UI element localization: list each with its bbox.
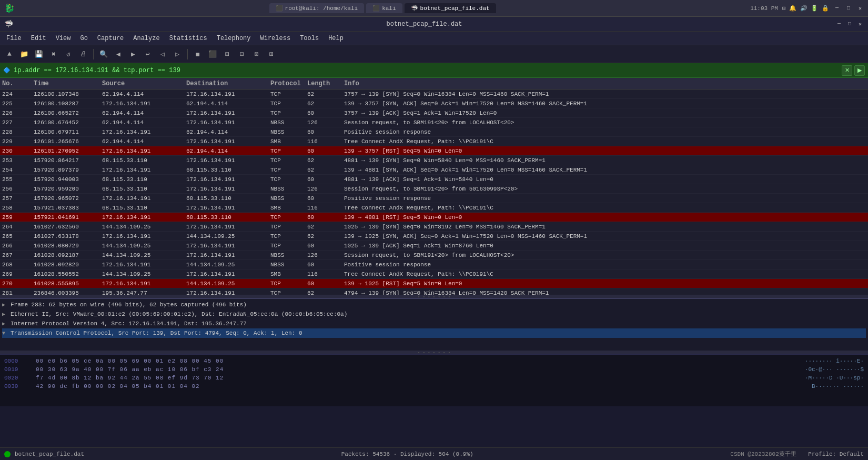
menu-capture[interactable]: Capture [93,33,128,44]
tab-wireshark[interactable]: 🦈 botnet_pcap_file.dat [405,3,496,13]
packet-list[interactable]: 224 126100.107348 62.194.4.114 172.16.13… [0,89,868,295]
open-button[interactable]: 📁 [18,48,31,61]
cell-info: Positive session response [342,195,868,202]
next-button[interactable]: ▷ [171,48,184,61]
menu-telephony[interactable]: Telephony [213,33,255,44]
menu-analyze[interactable]: Analyze [129,33,164,44]
tab-terminal-2[interactable]: ⬛ kali [366,3,402,13]
find-button[interactable]: 🔍 [97,48,110,61]
menu-go[interactable]: Go [76,33,92,44]
cell-proto: SMB [268,205,305,211]
table-row[interactable]: 253 157920.864217 68.115.33.110 172.16.1… [0,156,868,165]
detail-row[interactable]: ▼ Transmission Control Protocol, Src Por… [2,328,866,338]
menu-edit[interactable]: Edit [27,33,51,44]
app-minimize-button[interactable]: ─ [835,21,843,28]
prev-button[interactable]: ◁ [156,48,169,61]
table-row[interactable]: 265 161027.633178 172.16.134.191 144.134… [0,232,868,241]
expand-icon: ▶ [2,311,11,317]
hex-bytes: 00 e0 b6 05 ce 0a 00 05 69 00 01 e2 08 0… [36,358,794,364]
table-row[interactable]: 259 157921.041691 172.16.134.191 68.115.… [0,213,868,222]
maximize-button[interactable]: □ [845,5,852,12]
cell-time: 157920.864217 [32,157,100,164]
hex-row: 0010 00 30 63 9a 40 00 7f 06 aa eb ac 10… [4,365,864,374]
colorize-button[interactable]: ◼ [191,48,204,61]
forward-button[interactable]: ▶ [127,48,139,61]
new-capture-button[interactable]: ▲ [3,48,16,61]
cell-time: 236846.003395 [32,290,100,295]
cell-proto: TCP [268,110,305,116]
reload-button[interactable]: ↺ [62,48,75,61]
menu-statistics[interactable]: Statistics [165,33,211,44]
menu-help[interactable]: Help [324,33,348,44]
cell-info: 139 → 4881 [SYN, ACK] Seq=0 Ack=1 Win=17… [342,167,868,173]
filter-clear-button[interactable]: ✕ [842,65,852,76]
cell-no: 255 [0,176,32,183]
hex-offset: 0000 [4,358,25,364]
menu-tools[interactable]: Tools [296,33,323,44]
col-header-info: Info [342,80,862,87]
table-row[interactable]: 267 161028.092187 144.134.109.25 172.16.… [0,251,868,260]
table-row[interactable]: 229 126101.265676 62.194.4.114 172.16.13… [0,137,868,146]
table-row[interactable]: 228 126100.679711 172.16.134.191 62.194.… [0,127,868,137]
menu-view[interactable]: View [52,33,75,44]
table-row[interactable]: 227 126100.676452 62.194.4.114 172.16.13… [0,118,868,127]
app-maximize-button[interactable]: □ [846,21,853,28]
cell-dst: 62.194.4.114 [184,129,268,135]
tab-terminal-1[interactable]: ⬛ root@kali: /home/kali [269,3,365,13]
table-row[interactable]: 254 157920.897379 172.16.134.191 68.115.… [0,165,868,175]
cell-time: 157920.959200 [32,186,100,192]
cell-src: 172.16.134.191 [100,214,184,221]
table-row[interactable]: 257 157920.965072 172.16.134.191 68.115.… [0,194,868,203]
cell-no: 230 [0,148,32,154]
cell-time: 161028.092820 [32,262,100,268]
clock: 11:03 PM [750,5,778,12]
status-bar: botnet_pcap_file.dat Packets: 54536 · Di… [0,447,868,460]
table-row[interactable]: 224 126100.107348 62.194.4.114 172.16.13… [0,89,868,99]
table-row[interactable]: 258 157921.037383 68.115.33.110 172.16.1… [0,203,868,213]
go-to-button[interactable]: ↩ [142,48,154,61]
detail-row[interactable]: ▶ Frame 283: 62 bytes on wire (496 bits)… [2,300,866,309]
table-row[interactable]: 230 126101.270952 172.16.134.191 62.194.… [0,146,868,156]
close-button[interactable]: ✕ [856,5,864,12]
cell-len: 62 [305,233,342,239]
close-button-tool[interactable]: ✖ [47,48,60,61]
table-row[interactable]: 266 161028.080729 144.134.109.25 172.16.… [0,241,868,251]
menu-file[interactable]: File [2,33,26,44]
cell-len: 116 [305,271,342,277]
cell-len: 62 [305,91,342,97]
cell-len: 62 [305,101,342,107]
print-button[interactable]: 🖨 [77,48,89,61]
col-header-no: No. [0,80,32,87]
table-row[interactable]: 268 161028.092820 172.16.134.191 144.134… [0,260,868,269]
cell-dst: 144.134.109.25 [184,233,268,239]
table-row[interactable]: 269 161028.550552 144.134.109.25 172.16.… [0,269,868,279]
table-row[interactable]: 264 161027.632560 144.134.109.25 172.16.… [0,222,868,232]
detail-row[interactable]: ▶ Internet Protocol Version 4, Src: 172.… [2,319,866,328]
zoom-reset-button[interactable]: ⊠ [250,48,263,61]
minimize-button[interactable]: ─ [833,5,841,12]
status-profile: Profile: Default [808,451,864,457]
app-close-button[interactable]: ✕ [856,21,864,28]
zoom-out-button[interactable]: ⊟ [236,48,248,61]
table-row[interactable]: 226 126100.665272 62.194.4.114 172.16.13… [0,108,868,118]
zoom-in-button[interactable]: ⊞ [221,48,234,61]
cell-info: 139 → 1025 [SYN, ACK] Seq=0 Ack=1 Win=17… [342,233,868,239]
table-row[interactable]: 225 126100.108287 172.16.134.191 62.194.… [0,99,868,108]
filter-input[interactable] [14,67,839,74]
table-row[interactable]: 256 157920.959200 68.115.33.110 172.16.1… [0,184,868,194]
table-row[interactable]: 270 161028.555895 172.16.134.191 144.134… [0,279,868,288]
resize-button[interactable]: ⊞ [265,48,278,61]
menu-wireless[interactable]: Wireless [256,33,295,44]
hex-bytes: 42 90 dc fb 00 00 02 04 05 b4 01 01 04 0… [36,383,801,389]
table-row[interactable]: 255 157920.940003 68.115.33.110 172.16.1… [0,175,868,184]
autoscroll-button[interactable]: ⬛ [206,48,219,61]
cell-proto: NBSS [268,119,305,126]
back-button[interactable]: ◀ [112,48,125,61]
hex-row: 0030 42 90 dc fb 00 00 02 04 05 b4 01 01… [4,382,864,391]
save-button[interactable]: 💾 [33,48,45,61]
hex-ascii: ·M·····D ·U···sp· [805,375,864,381]
detail-text: Transmission Control Protocol, Src Port:… [11,330,302,336]
title-bar-right: 11:03 PM ⊞ 🔔 🔊 🔋 🔒 ─ □ ✕ [750,5,864,12]
filter-apply-button[interactable]: ▶ [854,65,865,76]
detail-row[interactable]: ▶ Ethernet II, Src: VMware_00:01:e2 (00:… [2,309,866,319]
